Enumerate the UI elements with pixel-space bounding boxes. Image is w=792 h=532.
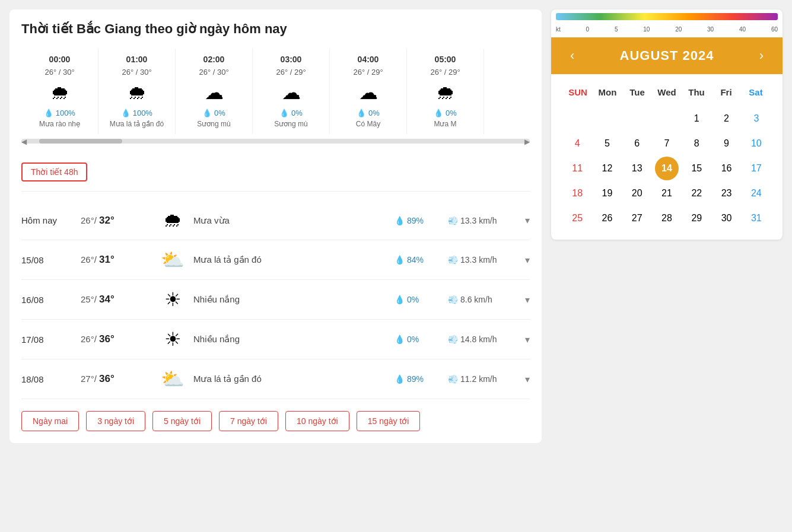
calendar-day[interactable]: 9 bbox=[715, 132, 739, 155]
calendar-weekday: Sat bbox=[741, 84, 771, 101]
scroll-left-arrow[interactable]: ◀ bbox=[21, 138, 27, 146]
calendar-day[interactable]: 12 bbox=[595, 157, 619, 180]
hourly-precip: 💧 100% bbox=[106, 109, 168, 117]
calendar-weekday: Fri bbox=[711, 84, 741, 101]
hourly-temp: 26° / 30° bbox=[106, 68, 168, 77]
calendar-day[interactable]: 23 bbox=[715, 181, 739, 205]
hourly-temp: 26° / 30° bbox=[183, 68, 245, 77]
hourly-desc: Mưa M bbox=[414, 120, 476, 128]
calendar-header: ‹ AUGUST 2024 › bbox=[551, 37, 783, 74]
calendar-day[interactable]: 11 bbox=[565, 157, 589, 180]
calendar-day[interactable]: 26 bbox=[595, 206, 619, 230]
hourly-temp: 26° / 29° bbox=[414, 68, 476, 77]
prev-month-button[interactable]: ‹ bbox=[565, 48, 579, 63]
daily-temp: 26°/ 31° bbox=[81, 254, 152, 266]
hourly-precip: 💧 100% bbox=[28, 109, 91, 117]
btn-48h[interactable]: Thời tiết 48h bbox=[21, 163, 87, 181]
hourly-desc: Sương mù bbox=[183, 120, 245, 128]
daily-chevron-icon[interactable]: ▾ bbox=[525, 215, 530, 226]
calendar-day[interactable]: 3 bbox=[745, 107, 768, 130]
calendar-day[interactable]: 2 bbox=[715, 107, 739, 130]
hourly-precip: 💧 0% bbox=[260, 109, 322, 117]
nav-btn[interactable]: 5 ngày tới bbox=[152, 411, 212, 431]
hourly-item: 00:00 26° / 30° 🌧 💧 100% Mưa rào nhẹ bbox=[21, 49, 98, 134]
hourly-temp: 26° / 30° bbox=[28, 68, 91, 77]
nav-btn[interactable]: 3 ngày tới bbox=[86, 411, 145, 431]
nav-btn[interactable]: 15 ngày tới bbox=[357, 411, 421, 431]
calendar-day[interactable]: 10 bbox=[745, 132, 768, 155]
calendar-day[interactable]: 25 bbox=[565, 206, 589, 230]
calendar-day[interactable]: 5 bbox=[595, 132, 619, 155]
hourly-scroll[interactable]: 00:00 26° / 30° 🌧 💧 100% Mưa rào nhẹ 01:… bbox=[21, 49, 530, 134]
calendar-day[interactable]: 24 bbox=[745, 181, 768, 205]
calendar-day bbox=[625, 107, 649, 130]
calendar-day[interactable]: 8 bbox=[685, 132, 708, 155]
daily-weather-icon: ☀ bbox=[152, 288, 193, 311]
calendar-day[interactable]: 13 bbox=[625, 157, 649, 180]
hourly-row: 00:00 26° / 30° 🌧 💧 100% Mưa rào nhẹ 01:… bbox=[21, 49, 530, 134]
calendar-day[interactable]: 31 bbox=[745, 206, 768, 230]
nav-btn[interactable]: 10 ngày tới bbox=[285, 411, 349, 431]
hourly-weather-icon: ☁ bbox=[183, 81, 245, 104]
calendar-day[interactable]: 7 bbox=[655, 132, 679, 155]
calendar-day[interactable]: 28 bbox=[655, 206, 679, 230]
hourly-desc: Mưa lá tả gần đó bbox=[106, 120, 168, 128]
daily-chevron-icon[interactable]: ▾ bbox=[525, 294, 530, 305]
calendar-day[interactable]: 17 bbox=[745, 157, 768, 180]
daily-date: 17/08 bbox=[21, 335, 81, 345]
scale-label: 30 bbox=[707, 26, 714, 33]
scroll-thumb[interactable] bbox=[39, 139, 122, 144]
daily-wind: 💨8.6 km/h bbox=[448, 295, 525, 304]
daily-temp: 26°/ 36° bbox=[81, 333, 152, 345]
calendar-day[interactable]: 15 bbox=[685, 157, 708, 180]
calendar-day[interactable]: 22 bbox=[685, 181, 708, 205]
calendar-day[interactable]: 16 bbox=[715, 157, 739, 180]
daily-chevron-icon[interactable]: ▾ bbox=[525, 254, 530, 266]
hourly-precip: 💧 0% bbox=[337, 109, 399, 117]
calendar-day[interactable]: 6 bbox=[625, 132, 649, 155]
hourly-item: 01:00 26° / 30° 🌧 💧 100% Mưa lá tả gần đ… bbox=[98, 49, 176, 134]
calendar-day[interactable]: 20 bbox=[625, 181, 649, 205]
calendar-day[interactable]: 21 bbox=[655, 181, 679, 205]
scroll-right-arrow[interactable]: ▶ bbox=[524, 138, 530, 146]
hourly-weather-icon: ☁ bbox=[337, 81, 399, 104]
daily-chevron-icon[interactable]: ▾ bbox=[525, 334, 530, 345]
daily-row: 18/08 27°/ 36° ⛅ Mưa lá tả gần đó 💧89% 💨… bbox=[21, 359, 530, 399]
bottom-nav: Ngày mai3 ngày tới5 ngày tới7 ngày tới10… bbox=[21, 411, 530, 431]
daily-date: 18/08 bbox=[21, 374, 81, 384]
daily-temp: 26°/ 32° bbox=[81, 215, 152, 227]
calendar-weekday: Tue bbox=[622, 84, 652, 101]
daily-row: 15/08 26°/ 31° ⛅ Mưa lá tả gần đó 💧84% 💨… bbox=[21, 240, 530, 280]
daily-precip: 💧89% bbox=[395, 216, 448, 225]
calendar-day[interactable]: 19 bbox=[595, 181, 619, 205]
today-day[interactable]: 14 bbox=[655, 157, 679, 180]
hourly-time: 04:00 bbox=[337, 55, 399, 64]
hourly-desc: Mưa rào nhẹ bbox=[28, 120, 91, 128]
daily-condition: Nhiều nắng bbox=[193, 294, 395, 305]
nav-btn[interactable]: 7 ngày tới bbox=[219, 411, 278, 431]
calendar-day[interactable]: 27 bbox=[625, 206, 649, 230]
next-month-button[interactable]: › bbox=[755, 48, 768, 63]
scale-label: 5 bbox=[615, 26, 618, 33]
daily-precip: 💧0% bbox=[395, 335, 448, 344]
nav-btn[interactable]: Ngày mai bbox=[21, 411, 79, 431]
daily-chevron-icon[interactable]: ▾ bbox=[525, 374, 530, 385]
calendar-day[interactable]: 29 bbox=[685, 206, 708, 230]
calendar-weekdays: SUNMonTueWedThuFriSat bbox=[563, 84, 771, 101]
calendar-day[interactable]: 4 bbox=[565, 132, 589, 155]
calendar-day[interactable]: 30 bbox=[715, 206, 739, 230]
hourly-item: 02:00 26° / 30° ☁ 💧 0% Sương mù bbox=[176, 49, 253, 134]
daily-weather-icon: ⛅ bbox=[152, 368, 193, 390]
daily-wind: 💨13.3 km/h bbox=[448, 255, 525, 265]
calendar-day[interactable]: 1 bbox=[685, 107, 708, 130]
hourly-time: 01:00 bbox=[106, 55, 168, 64]
calendar-day[interactable]: 18 bbox=[565, 181, 589, 205]
daily-date: 16/08 bbox=[21, 295, 81, 305]
scale-label: 10 bbox=[643, 26, 650, 33]
scroll-bar[interactable]: ◀ ▶ bbox=[21, 139, 530, 144]
hourly-precip: 💧 0% bbox=[414, 109, 476, 117]
daily-wind: 💨11.2 km/h bbox=[448, 374, 525, 384]
hourly-section: 00:00 26° / 30° 🌧 💧 100% Mưa rào nhẹ 01:… bbox=[21, 49, 530, 148]
scale-label: kt bbox=[556, 26, 561, 33]
daily-weather-icon: 🌧 bbox=[152, 209, 193, 231]
